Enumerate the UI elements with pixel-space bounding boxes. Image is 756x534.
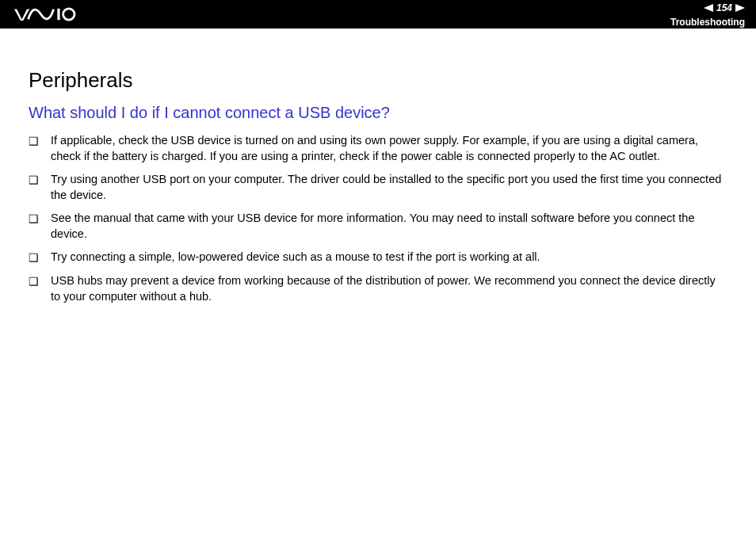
vaio-logo	[14, 0, 90, 29]
list-item: ❑ If applicable, check the USB device is…	[29, 133, 727, 164]
svg-rect-0	[57, 9, 59, 20]
list-item: ❑ USB hubs may prevent a device from wor…	[29, 273, 727, 304]
bullet-list: ❑ If applicable, check the USB device is…	[29, 133, 727, 304]
bullet-icon: ❑	[29, 250, 51, 265]
page-navigation: 154	[704, 1, 745, 15]
bullet-icon: ❑	[29, 211, 51, 227]
bullet-icon: ❑	[29, 273, 51, 289]
page-title: Peripherals	[29, 68, 727, 93]
header-right: 154 Troubleshooting	[670, 1, 745, 28]
bullet-text: Try connecting a simple, low-powered dev…	[51, 250, 727, 265]
content-area: Peripherals What should I do if I cannot…	[0, 29, 756, 328]
next-page-arrow-icon[interactable]	[735, 1, 745, 15]
svg-point-1	[63, 9, 74, 20]
page-number: 154	[716, 2, 732, 13]
bullet-text: Try using another USB port on your compu…	[51, 172, 727, 203]
list-item: ❑ See the manual that came with your USB…	[29, 211, 727, 242]
list-item: ❑ Try connecting a simple, low-powered d…	[29, 250, 727, 265]
list-item: ❑ Try using another USB port on your com…	[29, 172, 727, 203]
svg-marker-3	[735, 4, 745, 12]
bullet-icon: ❑	[29, 172, 51, 188]
svg-marker-2	[704, 4, 713, 12]
prev-page-arrow-icon[interactable]	[704, 1, 713, 15]
bullet-icon: ❑	[29, 133, 51, 149]
question-heading: What should I do if I cannot connect a U…	[29, 104, 727, 122]
section-name: Troubleshooting	[670, 17, 745, 28]
bullet-text: If applicable, check the USB device is t…	[51, 133, 727, 164]
bullet-text: USB hubs may prevent a device from worki…	[51, 273, 727, 304]
bullet-text: See the manual that came with your USB d…	[51, 211, 727, 242]
header-bar: 154 Troubleshooting	[0, 0, 756, 29]
